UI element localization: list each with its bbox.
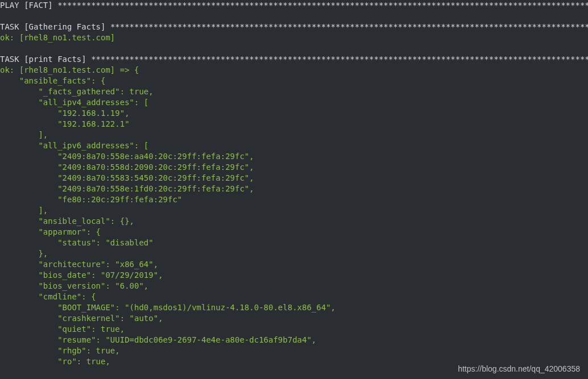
terminal-segment: "ro": true, <box>0 357 110 366</box>
terminal-line: TASK [Gathering Facts] *****************… <box>0 22 588 32</box>
terminal-line: "bios_date": "07/29/2019", <box>0 270 588 281</box>
terminal-line: "BOOT_IMAGE": "(hd0,msdos1)/vmlinuz-4.18… <box>0 302 588 313</box>
terminal-segment: TASK [Gathering Facts] <box>0 22 110 31</box>
terminal-segment: ****************************************… <box>110 22 588 31</box>
terminal-line: ok: [rhel8_no1.test.com] => { <box>0 65 588 76</box>
terminal-segment: "192.168.122.1" <box>0 119 130 128</box>
terminal-segment: "status": "disabled" <box>0 238 154 247</box>
terminal-segment: ], <box>0 206 48 215</box>
terminal-line: "apparmor": { <box>0 227 588 238</box>
terminal-segment: ], <box>0 130 48 139</box>
terminal-output: PLAY [FACT] ****************************… <box>0 0 588 379</box>
terminal-segment: "resume": "UUID=dbdc06e9-2697-4e4e-a80e-… <box>0 335 316 344</box>
terminal-line: "fe80::20c:29ff:fefa:29fc" <box>0 194 588 205</box>
terminal-segment: "2409:8a70:558e:1fd0:20c:29ff:fefa:29fc"… <box>0 184 254 193</box>
terminal-segment: "architecture": "x86_64", <box>0 260 158 269</box>
terminal-line: ], <box>0 130 588 140</box>
terminal-segment: "fe80::20c:29ff:fefa:29fc" <box>0 195 182 204</box>
terminal-line: PLAY [FACT] ****************************… <box>0 0 588 11</box>
terminal-segment: "ansible_local": {}, <box>0 216 134 226</box>
terminal-segment: "2409:8a70:558e:aa40:20c:29ff:fefa:29fc"… <box>0 152 254 161</box>
terminal-segment: TASK [print Facts] <box>0 55 91 64</box>
terminal-segment: "bios_version": "6.00", <box>0 281 148 290</box>
terminal-line: "2409:8a70:558e:aa40:20c:29ff:fefa:29fc"… <box>0 151 588 162</box>
terminal-segment: "_facts_gathered": true, <box>0 87 154 96</box>
terminal-segment: PLAY [FACT] <box>0 1 57 10</box>
terminal-segment: "2409:8a70:5583:5450:20c:29ff:fefa:29fc"… <box>0 173 254 182</box>
terminal-segment: "crashkernel": "auto", <box>0 314 163 323</box>
terminal-segment: ****************************************… <box>91 55 588 64</box>
terminal-line: ok: [rhel8_no1.test.com] <box>0 32 588 43</box>
terminal-segment: "all_ipv4_addresses": [ <box>0 98 148 107</box>
terminal-segment: "apparmor": { <box>0 227 101 236</box>
terminal-line: "resume": "UUID=dbdc06e9-2697-4e4e-a80e-… <box>0 335 588 345</box>
terminal-line: "architecture": "x86_64", <box>0 259 588 270</box>
terminal-segment: "cmdline": { <box>0 292 96 301</box>
terminal-line: "crashkernel": "auto", <box>0 313 588 324</box>
terminal-segment: "BOOT_IMAGE": "(hd0,msdos1)/vmlinuz-4.18… <box>0 303 336 312</box>
terminal-segment: "all_ipv6_addresses": [ <box>0 141 148 150</box>
terminal-line: "all_ipv4_addresses": [ <box>0 97 588 108</box>
terminal-segment: "ansible_facts": { <box>0 76 105 85</box>
terminal-line: "bios_version": "6.00", <box>0 281 588 291</box>
terminal-segment: "quiet": true, <box>0 324 125 334</box>
terminal-line: }, <box>0 248 588 259</box>
terminal-line: "2409:8a70:5583:5450:20c:29ff:fefa:29fc"… <box>0 173 588 184</box>
terminal-line: "quiet": true, <box>0 324 588 335</box>
terminal-segment: ****************************************… <box>57 1 588 10</box>
terminal-line: TASK [print Facts] *********************… <box>0 54 588 65</box>
terminal-line <box>0 11 588 22</box>
terminal-segment: }, <box>0 249 48 258</box>
terminal-line: "_facts_gathered": true, <box>0 86 588 97</box>
terminal-line: "ansible_facts": { <box>0 76 588 86</box>
terminal-line: "status": "disabled" <box>0 238 588 248</box>
terminal-segment: ok: [rhel8_no1.test.com] => { <box>0 65 139 74</box>
terminal-line: "192.168.1.19", <box>0 108 588 119</box>
terminal-segment: "bios_date": "07/29/2019", <box>0 270 163 280</box>
terminal-line: "2409:8a70:558d:2090:20c:29ff:fefa:29fc"… <box>0 162 588 173</box>
watermark: https://blog.csdn.net/qq_42006358 <box>458 364 580 374</box>
terminal-line <box>0 43 588 54</box>
terminal-line: "rhgb": true, <box>0 345 588 356</box>
terminal-segment: "2409:8a70:558d:2090:20c:29ff:fefa:29fc"… <box>0 163 254 172</box>
terminal-line: "all_ipv6_addresses": [ <box>0 140 588 151</box>
terminal-line: ], <box>0 205 588 216</box>
terminal-line: "ansible_local": {}, <box>0 216 588 227</box>
terminal-segment: ok: [rhel8_no1.test.com] <box>0 33 115 42</box>
terminal-segment: "rhgb": true, <box>0 346 120 355</box>
terminal-line: "192.168.122.1" <box>0 119 588 130</box>
terminal-line: "2409:8a70:558e:1fd0:20c:29ff:fefa:29fc"… <box>0 184 588 194</box>
terminal-line: "cmdline": { <box>0 291 588 302</box>
terminal-segment: "192.168.1.19", <box>0 109 130 118</box>
